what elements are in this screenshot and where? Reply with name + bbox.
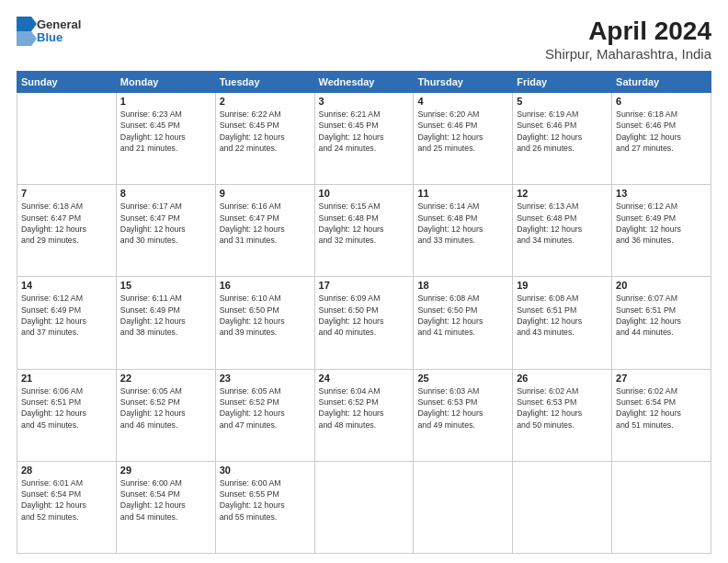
calendar-cell: 22Sunrise: 6:05 AM Sunset: 6:52 PM Dayli… (116, 369, 215, 461)
calendar-cell: 17Sunrise: 6:09 AM Sunset: 6:50 PM Dayli… (314, 277, 414, 369)
calendar-cell (314, 461, 414, 553)
calendar-cell: 6Sunrise: 6:18 AM Sunset: 6:46 PM Daylig… (612, 93, 711, 185)
logo-line2: Blue (37, 31, 81, 44)
logo-icon (17, 17, 37, 46)
day-info: Sunrise: 6:03 AM Sunset: 6:53 PM Dayligh… (417, 385, 508, 431)
day-number: 7 (21, 188, 112, 199)
calendar-cell (414, 461, 513, 553)
day-info: Sunrise: 6:14 AM Sunset: 6:48 PM Dayligh… (417, 201, 508, 246)
calendar-cell: 5Sunrise: 6:19 AM Sunset: 6:46 PM Daylig… (513, 93, 612, 185)
day-info: Sunrise: 6:08 AM Sunset: 6:51 PM Dayligh… (517, 293, 608, 338)
day-number: 25 (417, 373, 508, 384)
day-number: 26 (517, 373, 608, 384)
calendar-header-row: SundayMondayTuesdayWednesdayThursdayFrid… (17, 72, 711, 93)
week-row-1: 1Sunrise: 6:23 AM Sunset: 6:45 PM Daylig… (17, 93, 711, 185)
logo-text: General Blue (37, 18, 81, 45)
day-number: 27 (616, 373, 707, 384)
day-number: 9 (220, 188, 311, 199)
day-number: 13 (616, 188, 707, 199)
calendar-cell: 21Sunrise: 6:06 AM Sunset: 6:51 PM Dayli… (17, 369, 117, 461)
header: General Blue April 2024 Shirpur, Maharas… (17, 17, 711, 62)
calendar-cell: 9Sunrise: 6:16 AM Sunset: 6:47 PM Daylig… (215, 185, 314, 277)
calendar-header-sunday: Sunday (17, 72, 117, 93)
day-info: Sunrise: 6:20 AM Sunset: 6:46 PM Dayligh… (417, 109, 508, 154)
week-row-4: 21Sunrise: 6:06 AM Sunset: 6:51 PM Dayli… (17, 369, 711, 461)
day-info: Sunrise: 6:05 AM Sunset: 6:52 PM Dayligh… (220, 385, 311, 431)
day-info: Sunrise: 6:15 AM Sunset: 6:48 PM Dayligh… (319, 201, 410, 246)
day-info: Sunrise: 6:12 AM Sunset: 6:49 PM Dayligh… (616, 201, 707, 246)
day-number: 17 (319, 280, 410, 291)
calendar-header-monday: Monday (116, 72, 215, 93)
logo: General Blue (17, 17, 81, 46)
calendar-cell: 12Sunrise: 6:13 AM Sunset: 6:48 PM Dayli… (513, 185, 612, 277)
day-info: Sunrise: 6:17 AM Sunset: 6:47 PM Dayligh… (120, 201, 211, 246)
calendar-header-wednesday: Wednesday (314, 72, 414, 93)
day-number: 2 (220, 96, 311, 107)
calendar-header-thursday: Thursday (414, 72, 513, 93)
day-number: 3 (319, 96, 410, 107)
day-number: 18 (417, 280, 508, 291)
day-info: Sunrise: 6:12 AM Sunset: 6:49 PM Dayligh… (21, 293, 112, 338)
day-info: Sunrise: 6:16 AM Sunset: 6:47 PM Dayligh… (220, 201, 311, 246)
day-info: Sunrise: 6:02 AM Sunset: 6:54 PM Dayligh… (616, 385, 707, 431)
day-info: Sunrise: 6:19 AM Sunset: 6:46 PM Dayligh… (517, 109, 608, 154)
logo-line1: General (37, 18, 81, 31)
day-number: 23 (220, 373, 311, 384)
day-number: 30 (220, 465, 311, 476)
day-number: 15 (120, 280, 211, 291)
day-info: Sunrise: 6:06 AM Sunset: 6:51 PM Dayligh… (21, 385, 112, 431)
calendar-cell: 14Sunrise: 6:12 AM Sunset: 6:49 PM Dayli… (17, 277, 117, 369)
day-info: Sunrise: 6:01 AM Sunset: 6:54 PM Dayligh… (21, 477, 112, 523)
svg-marker-0 (17, 17, 37, 31)
title-block: April 2024 Shirpur, Maharashtra, India (545, 17, 711, 62)
day-number: 22 (120, 373, 211, 384)
day-number: 16 (220, 280, 311, 291)
day-number: 14 (21, 280, 112, 291)
day-number: 20 (616, 280, 707, 291)
day-number: 5 (517, 96, 608, 107)
calendar-cell: 4Sunrise: 6:20 AM Sunset: 6:46 PM Daylig… (414, 93, 513, 185)
day-number: 1 (120, 96, 211, 107)
day-info: Sunrise: 6:11 AM Sunset: 6:49 PM Dayligh… (120, 293, 211, 338)
calendar-cell: 11Sunrise: 6:14 AM Sunset: 6:48 PM Dayli… (414, 185, 513, 277)
calendar-cell: 25Sunrise: 6:03 AM Sunset: 6:53 PM Dayli… (414, 369, 513, 461)
calendar-cell: 15Sunrise: 6:11 AM Sunset: 6:49 PM Dayli… (116, 277, 215, 369)
day-number: 24 (319, 373, 410, 384)
day-info: Sunrise: 6:18 AM Sunset: 6:47 PM Dayligh… (21, 201, 112, 246)
day-info: Sunrise: 6:09 AM Sunset: 6:50 PM Dayligh… (319, 293, 410, 338)
day-info: Sunrise: 6:21 AM Sunset: 6:45 PM Dayligh… (319, 109, 410, 154)
calendar-cell: 18Sunrise: 6:08 AM Sunset: 6:50 PM Dayli… (414, 277, 513, 369)
day-number: 4 (417, 96, 508, 107)
day-info: Sunrise: 6:00 AM Sunset: 6:54 PM Dayligh… (120, 477, 211, 523)
calendar-cell: 26Sunrise: 6:02 AM Sunset: 6:53 PM Dayli… (513, 369, 612, 461)
day-info: Sunrise: 6:00 AM Sunset: 6:55 PM Dayligh… (220, 477, 311, 523)
svg-marker-1 (17, 31, 37, 46)
week-row-5: 28Sunrise: 6:01 AM Sunset: 6:54 PM Dayli… (17, 461, 711, 553)
page: General Blue April 2024 Shirpur, Maharas… (0, 0, 728, 563)
calendar-cell: 8Sunrise: 6:17 AM Sunset: 6:47 PM Daylig… (116, 185, 215, 277)
calendar-header-friday: Friday (513, 72, 612, 93)
calendar-cell: 10Sunrise: 6:15 AM Sunset: 6:48 PM Dayli… (314, 185, 414, 277)
day-info: Sunrise: 6:22 AM Sunset: 6:45 PM Dayligh… (220, 109, 311, 154)
day-info: Sunrise: 6:23 AM Sunset: 6:45 PM Dayligh… (120, 109, 211, 154)
calendar-cell: 23Sunrise: 6:05 AM Sunset: 6:52 PM Dayli… (215, 369, 314, 461)
calendar-cell: 28Sunrise: 6:01 AM Sunset: 6:54 PM Dayli… (17, 461, 117, 553)
day-info: Sunrise: 6:07 AM Sunset: 6:51 PM Dayligh… (616, 293, 707, 338)
calendar-cell: 30Sunrise: 6:00 AM Sunset: 6:55 PM Dayli… (215, 461, 314, 553)
day-number: 11 (417, 188, 508, 199)
calendar-cell: 3Sunrise: 6:21 AM Sunset: 6:45 PM Daylig… (314, 93, 414, 185)
day-info: Sunrise: 6:02 AM Sunset: 6:53 PM Dayligh… (517, 385, 608, 431)
day-info: Sunrise: 6:13 AM Sunset: 6:48 PM Dayligh… (517, 201, 608, 246)
day-number: 21 (21, 373, 112, 384)
calendar-cell: 24Sunrise: 6:04 AM Sunset: 6:52 PM Dayli… (314, 369, 414, 461)
calendar-cell: 16Sunrise: 6:10 AM Sunset: 6:50 PM Dayli… (215, 277, 314, 369)
day-number: 8 (120, 188, 211, 199)
day-info: Sunrise: 6:05 AM Sunset: 6:52 PM Dayligh… (120, 385, 211, 431)
calendar-cell: 13Sunrise: 6:12 AM Sunset: 6:49 PM Dayli… (612, 185, 711, 277)
calendar-cell: 19Sunrise: 6:08 AM Sunset: 6:51 PM Dayli… (513, 277, 612, 369)
day-number: 28 (21, 465, 112, 476)
day-number: 12 (517, 188, 608, 199)
calendar-cell (513, 461, 612, 553)
page-title: April 2024 (545, 17, 711, 46)
calendar-cell: 1Sunrise: 6:23 AM Sunset: 6:45 PM Daylig… (116, 93, 215, 185)
